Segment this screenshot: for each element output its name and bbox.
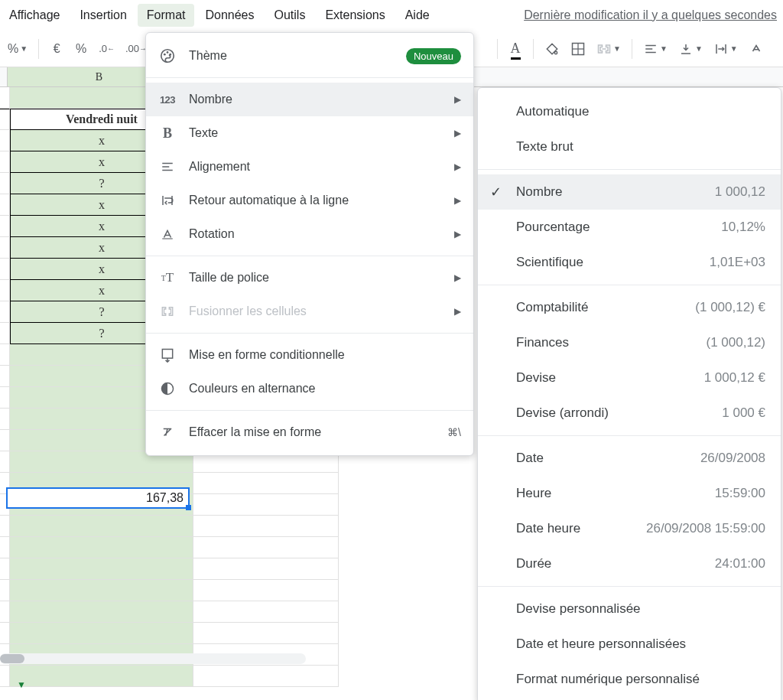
submenu-arrow-icon: ▶ — [454, 272, 461, 283]
ns-item-pourcentage[interactable]: Pourcentage10,12% — [478, 210, 781, 245]
chevron-down-icon: ▼ — [17, 679, 26, 690]
menu-separator — [146, 333, 473, 334]
chevron-down-icon: ▼ — [695, 44, 703, 53]
menu-format[interactable]: Format — [138, 4, 195, 27]
menu-item-theme[interactable]: Thème Nouveau — [146, 39, 473, 73]
menu-extensions[interactable]: Extensions — [316, 4, 394, 27]
rotation-icon — [158, 225, 177, 243]
chevron-down-icon: ▼ — [730, 44, 738, 53]
separator — [533, 39, 534, 59]
fill-color-button[interactable] — [540, 37, 564, 60]
last-modified-link[interactable]: Dernière modification il y a quelques se… — [524, 8, 783, 22]
borders-icon — [570, 41, 586, 57]
ns-item-devise[interactable]: Devise1 000,12 € — [478, 360, 781, 396]
submenu-arrow-icon: ▶ — [454, 94, 461, 105]
menu-separator — [146, 410, 473, 411]
conditional-format-icon — [158, 346, 177, 364]
submenu-arrow-icon: ▶ — [454, 229, 461, 239]
menu-aide[interactable]: Aide — [396, 4, 439, 27]
rotation-icon — [749, 42, 764, 56]
menu-separator — [478, 586, 781, 587]
paint-bucket-icon — [544, 41, 560, 57]
ns-item-date-heure-perso[interactable]: Date et heure personnalisées — [478, 627, 781, 662]
col-header-spacer — [0, 67, 8, 86]
separator — [497, 39, 498, 59]
format-currency-button[interactable]: € — [45, 37, 68, 60]
ns-item-automatique[interactable]: Automatique — [478, 94, 781, 129]
ns-item-heure[interactable]: Heure15:59:00 — [478, 476, 781, 511]
number-format-submenu: Automatique Texte brut ✓Nombre1 000,12 P… — [477, 87, 781, 700]
svg-rect-18 — [162, 350, 172, 359]
wrap-icon — [713, 42, 729, 56]
chevron-down-icon: ▼ — [20, 44, 28, 53]
sheet-menu-button[interactable]: ▼ — [6, 675, 35, 695]
menu-insertion[interactable]: Insertion — [70, 4, 135, 27]
shortcut-label: ⌘\ — [447, 426, 461, 438]
format-percent-button[interactable]: % — [70, 37, 93, 60]
submenu-arrow-icon: ▶ — [454, 195, 461, 206]
menu-item-texte[interactable]: B Texte ▶ — [146, 116, 473, 150]
horizontal-scrollbar[interactable] — [0, 653, 306, 664]
menu-separator — [146, 77, 473, 78]
borders-button[interactable] — [566, 37, 590, 60]
ns-item-date[interactable]: Date26/09/2008 — [478, 441, 781, 476]
valign-bottom-icon — [678, 42, 694, 56]
submenu-arrow-icon: ▶ — [454, 128, 461, 138]
menu-separator — [478, 435, 781, 436]
selected-cell[interactable]: 167,38 — [6, 487, 190, 509]
merge-icon — [596, 41, 612, 57]
ns-item-devise-perso[interactable]: Devise personnalisée — [478, 591, 781, 627]
menu-item-nombre[interactable]: 123 Nombre ▶ — [146, 83, 473, 116]
menu-item-merge: Fusionner les cellules ▶ — [146, 295, 473, 328]
menu-item-alignement[interactable]: Alignement ▶ — [146, 150, 473, 184]
menu-separator — [146, 256, 473, 256]
ns-item-finances[interactable]: Finances(1 000,12) — [478, 325, 781, 360]
ns-item-nombre[interactable]: ✓Nombre1 000,12 — [478, 174, 781, 210]
ns-item-devise-arrondi[interactable]: Devise (arrondi)1 000 € — [478, 396, 781, 431]
ns-item-texte-brut[interactable]: Texte brut — [478, 129, 781, 164]
chevron-down-icon: ▼ — [613, 44, 621, 53]
menu-item-alternating-colors[interactable]: Couleurs en alternance — [146, 372, 473, 405]
ns-item-scientifique[interactable]: Scientifique1,01E+03 — [478, 245, 781, 280]
menu-affichage[interactable]: Affichage — [0, 4, 69, 27]
chevron-down-icon: ▼ — [660, 44, 668, 53]
submenu-arrow-icon: ▶ — [454, 306, 461, 317]
number-icon: 123 — [158, 90, 177, 109]
fontsize-icon: TT — [158, 269, 177, 287]
merge-icon — [158, 302, 177, 321]
format-percent-dropdown[interactable]: %▼ — [3, 37, 32, 60]
separator — [632, 39, 632, 59]
ns-item-duree[interactable]: Durée24:01:00 — [478, 546, 781, 581]
ns-item-comptabilite[interactable]: Comptabilité(1 000,12) € — [478, 290, 781, 325]
align-icon — [158, 158, 177, 176]
decrease-decimals-button[interactable]: .0← — [94, 37, 119, 60]
submenu-arrow-icon: ▶ — [454, 161, 461, 172]
alternating-colors-icon — [158, 379, 177, 398]
palette-icon — [158, 47, 177, 65]
selected-cell-value: 167,38 — [146, 491, 184, 505]
menu-item-wrap[interactable]: Retour automatique à la ligne ▶ — [146, 184, 473, 217]
text-rotation-button[interactable] — [744, 37, 768, 60]
align-left-icon — [643, 42, 658, 56]
text-color-button[interactable]: A — [504, 37, 527, 60]
scrollbar-thumb[interactable] — [0, 654, 24, 663]
menu-outils[interactable]: Outils — [265, 4, 315, 27]
menu-item-fontsize[interactable]: TT Taille de police ▶ — [146, 261, 473, 295]
ns-item-date-heure[interactable]: Date heure26/09/2008 15:59:00 — [478, 511, 781, 546]
menu-item-clear-format[interactable]: Effacer la mise en forme ⌘\ — [146, 415, 473, 449]
menu-item-conditional-format[interactable]: Mise en forme conditionnelle — [146, 338, 473, 372]
horizontal-align-button[interactable]: ▼ — [638, 37, 672, 60]
ns-item-format-perso[interactable]: Format numérique personnalisé — [478, 662, 781, 697]
vertical-align-button[interactable]: ▼ — [674, 37, 707, 60]
wrap-icon — [158, 191, 177, 210]
separator — [38, 39, 39, 59]
menu-separator — [478, 285, 781, 285]
check-icon: ✓ — [490, 184, 502, 200]
fill-handle[interactable] — [186, 505, 191, 510]
clear-format-icon — [158, 423, 177, 441]
text-wrapping-button[interactable]: ▼ — [709, 37, 742, 60]
menu-item-rotation[interactable]: Rotation ▶ — [146, 217, 473, 251]
format-menu: Thème Nouveau 123 Nombre ▶ B Texte ▶ Ali… — [145, 32, 474, 456]
merge-cells-button[interactable]: ▼ — [592, 37, 625, 60]
menu-donnees[interactable]: Données — [196, 4, 263, 27]
